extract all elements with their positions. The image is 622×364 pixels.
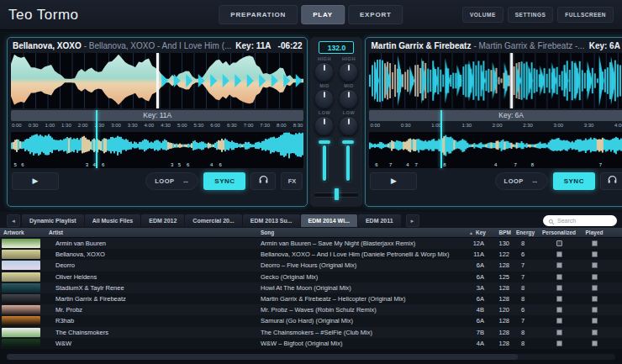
eq-knobs: HIGH HIGH MID MID LOW LOW [314, 56, 358, 135]
window-control-button[interactable]: VOLUME [462, 7, 503, 23]
personalized-checkbox[interactable] [556, 251, 562, 257]
played-checkbox[interactable] [592, 340, 598, 346]
mode-nav-button[interactable]: PREPARATION [219, 5, 298, 24]
loop-button[interactable]: LOOP ↔ [145, 172, 198, 190]
window-control-button[interactable]: SETTINGS [508, 7, 554, 23]
playlist-tab[interactable]: EDM 2011 [358, 214, 401, 227]
personalized-checkbox[interactable] [556, 318, 562, 324]
personalized-checkbox[interactable] [556, 274, 562, 280]
energy-cell: 7 [513, 273, 538, 281]
sync-button[interactable]: SYNC [553, 172, 595, 190]
deck-left-key: Key: 11A [235, 41, 271, 50]
column-header-artist[interactable]: Artist [45, 229, 256, 235]
sync-button[interactable]: SYNC [203, 172, 245, 190]
played-checkbox[interactable] [592, 330, 598, 335]
personalized-checkbox[interactable] [556, 340, 562, 346]
column-header-played[interactable]: Played [580, 229, 609, 235]
personalized-cell [538, 251, 580, 257]
scrollbar-thumb[interactable] [7, 354, 518, 360]
loop-button[interactable]: LOOP ↔ [495, 172, 548, 190]
channel-fader-left[interactable] [319, 140, 330, 182]
eq-knob[interactable] [339, 89, 358, 108]
window-control-button[interactable]: FULLSCREEN [557, 7, 614, 23]
table-row[interactable]: Oliver Heldens Gecko (Original Mix) 6A 1… [0, 272, 622, 282]
eq-knob-cell: MID [339, 83, 358, 108]
personalized-cell [538, 274, 580, 280]
table-row[interactable]: Deorro Deorro – Five Hours (Original Mix… [0, 260, 622, 271]
table-row[interactable]: R3hab Samurai (Go Hard) (Original Mix) 6… [0, 315, 622, 326]
eq-knob[interactable] [314, 62, 334, 82]
personalized-checkbox[interactable] [556, 285, 562, 291]
deck-right-zoom-waveform[interactable] [369, 53, 622, 108]
column-header-energy[interactable]: Energy [513, 229, 538, 235]
playlist-tab[interactable]: All Music Files [85, 214, 141, 227]
column-header-key[interactable]: ▲Key [461, 229, 489, 235]
eq-knob[interactable] [314, 116, 334, 135]
eq-knob[interactable] [339, 62, 358, 82]
table-row[interactable]: Bellanova, XOXO Bellanova, XOXO – And I … [0, 249, 622, 260]
channel-fader-right[interactable] [342, 140, 354, 182]
table-row[interactable]: W&W W&W – Bigfoot (Original Mix) 4A 128 … [0, 338, 622, 349]
personalized-checkbox[interactable] [556, 240, 562, 246]
column-header-artwork[interactable]: Artwork [0, 229, 45, 235]
table-row[interactable]: The Chainsmokers The Chainsmokers – #Sel… [0, 327, 622, 338]
personalized-checkbox[interactable] [556, 262, 562, 268]
deck-right-header: Martin Garrix & Firebeatz - Martin Garri… [369, 40, 622, 51]
deck-left-zoom-waveform[interactable] [11, 53, 303, 108]
play-button[interactable]: ▶ [12, 172, 59, 190]
album-artwork [2, 339, 40, 348]
tabs-prev-button[interactable]: ◄ [7, 214, 20, 227]
deck-left-overview-waveform[interactable]: 5634635646 [11, 132, 303, 168]
played-checkbox[interactable] [592, 262, 598, 268]
played-checkbox[interactable] [592, 296, 598, 302]
played-checkbox[interactable] [592, 285, 598, 291]
playlist-tab[interactable]: EDM 2014 Wi... [301, 214, 357, 227]
time-label: 1:30 [61, 123, 71, 130]
fx-button[interactable]: FX [281, 172, 303, 190]
played-checkbox[interactable] [592, 307, 598, 313]
time-label: 2:30 [523, 123, 533, 130]
table-row[interactable]: Martin Garrix & Firebeatz Martin Garrix … [0, 293, 622, 304]
artwork-cell [0, 305, 45, 314]
tabs-next-button[interactable]: ► [406, 214, 419, 227]
personalized-checkbox[interactable] [556, 330, 562, 335]
crossfader[interactable] [314, 188, 358, 200]
playlist-section: ◄ Dynamic PlaylistAll Music FilesEDM 201… [0, 212, 622, 364]
bpm-cell: 128 [489, 295, 513, 303]
album-artwork [2, 239, 40, 248]
column-header-bpm[interactable]: BPM [489, 229, 513, 235]
played-checkbox[interactable] [592, 274, 598, 280]
search-input[interactable] [557, 218, 612, 224]
mode-nav-button[interactable]: PLAY [301, 5, 345, 24]
column-header-personalized[interactable]: Personalized [538, 229, 580, 235]
table-row[interactable]: Armin van Buuren Armin van Buuren – Save… [0, 238, 622, 249]
played-checkbox[interactable] [592, 318, 598, 324]
played-checkbox[interactable] [592, 240, 598, 246]
table-row[interactable]: Mr. Probz Mr. Probz – Waves (Robin Schul… [0, 304, 622, 315]
playlist-tab[interactable]: Dynamic Playlist [22, 214, 84, 227]
column-header-song[interactable]: Song [256, 229, 461, 235]
playlist-tab[interactable]: EDM 2012 [141, 214, 184, 227]
cue-marker: 5 [13, 162, 16, 167]
eq-knob-label: MID [344, 83, 354, 88]
table-row[interactable]: StadiumX & Taylr Renee Howl At The Moon … [0, 282, 622, 293]
artwork-cell [0, 316, 45, 325]
mode-nav-button[interactable]: EXPORT [348, 5, 403, 24]
cue-headphones-button[interactable] [600, 172, 622, 190]
personalized-checkbox[interactable] [556, 296, 562, 302]
played-checkbox[interactable] [592, 251, 598, 257]
play-button[interactable]: ▶ [370, 172, 417, 190]
bpm-cell: 128 [489, 284, 513, 292]
bpm-cell: 130 [489, 240, 513, 247]
playlist-tab[interactable]: Comercial 20... [185, 214, 241, 227]
playlist-tab[interactable]: EDM 2013 Su... [243, 214, 300, 227]
cue-marker: 7 [389, 162, 392, 167]
song-cell: W&W – Bigfoot (Original Mix) [256, 340, 461, 347]
crossfader-handle[interactable] [335, 188, 339, 200]
eq-knob[interactable] [339, 116, 358, 135]
cue-headphones-button[interactable] [250, 172, 276, 190]
eq-knob[interactable] [314, 89, 334, 108]
top-bar: Teo Tormo PREPARATIONPLAYEXPORT VOLUMESE… [0, 0, 622, 30]
personalized-checkbox[interactable] [556, 307, 562, 313]
deck-right-overview-waveform[interactable]: 674784787 [369, 132, 622, 168]
